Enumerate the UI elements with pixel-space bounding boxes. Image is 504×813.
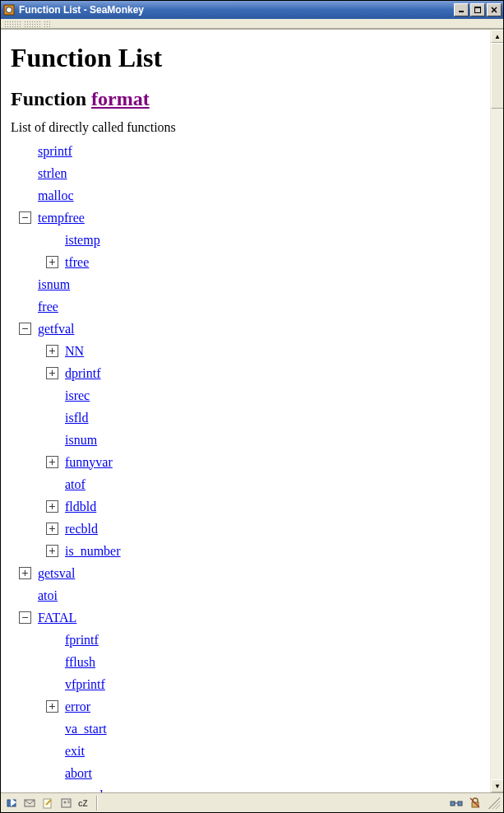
tree-row: +fldbld bbox=[11, 495, 493, 518]
svg-point-1 bbox=[7, 7, 12, 13]
online-status-icon[interactable] bbox=[449, 797, 465, 810]
tree-row: −getfval bbox=[11, 318, 493, 340]
expand-toggle[interactable]: + bbox=[19, 567, 31, 579]
tree-row: −tempfree bbox=[11, 207, 493, 229]
function-link[interactable]: error bbox=[65, 699, 90, 714]
function-link[interactable]: isfld bbox=[65, 411, 88, 425]
expand-toggle[interactable]: + bbox=[46, 456, 58, 468]
tree-row: fflush bbox=[11, 651, 493, 673]
tree-row: vfprintf bbox=[11, 673, 493, 695]
collapse-toggle[interactable]: − bbox=[19, 211, 31, 224]
expander-spacer bbox=[46, 389, 58, 402]
function-link[interactable]: vfprintf bbox=[65, 677, 105, 692]
navigator-icon[interactable] bbox=[4, 797, 21, 810]
toolbar-grip[interactable] bbox=[44, 21, 50, 27]
collapse-toggle[interactable]: − bbox=[19, 611, 31, 624]
expander-spacer bbox=[19, 145, 31, 157]
function-link[interactable]: isnum bbox=[65, 433, 97, 448]
statusbar: cZ bbox=[1, 792, 503, 812]
chatzilla-icon[interactable]: cZ bbox=[76, 797, 93, 810]
expander-spacer bbox=[19, 167, 31, 179]
function-link[interactable]: tfree bbox=[65, 255, 89, 270]
expand-toggle[interactable]: + bbox=[46, 523, 58, 535]
tree-row: sprintf bbox=[11, 140, 493, 162]
function-link[interactable]: isnum bbox=[38, 277, 70, 292]
expander-spacer bbox=[19, 300, 31, 313]
tree-row: +tfree bbox=[11, 251, 493, 273]
resize-grip[interactable] bbox=[488, 797, 500, 809]
toolbar-grip[interactable] bbox=[24, 21, 42, 27]
function-link[interactable]: funnyvar bbox=[65, 455, 113, 470]
function-link[interactable]: recbld bbox=[65, 522, 98, 537]
tree-row: va_start bbox=[11, 718, 493, 740]
expander-spacer bbox=[46, 411, 58, 424]
expand-toggle[interactable]: + bbox=[46, 700, 58, 713]
description-text: List of directly called functions bbox=[11, 120, 493, 135]
function-name-link[interactable]: format bbox=[91, 88, 150, 109]
tree-row: strlen bbox=[11, 162, 493, 184]
content-area: Function List Function format List of di… bbox=[1, 29, 503, 792]
expand-toggle[interactable]: + bbox=[46, 345, 58, 357]
expand-toggle[interactable]: + bbox=[46, 367, 58, 379]
expander-spacer bbox=[46, 745, 58, 757]
expand-toggle[interactable]: + bbox=[46, 500, 58, 513]
function-link[interactable]: sprintf bbox=[38, 144, 72, 159]
svg-text:cZ: cZ bbox=[78, 799, 88, 808]
expander-spacer bbox=[46, 478, 58, 490]
expander-spacer bbox=[46, 767, 58, 779]
expand-toggle[interactable]: + bbox=[46, 256, 58, 268]
tree-row: +recbld bbox=[11, 518, 493, 540]
function-tree: sprintfstrlenmalloc−tempfreeistemp+tfree… bbox=[11, 140, 493, 792]
close-button[interactable] bbox=[487, 3, 502, 16]
function-link[interactable]: atof bbox=[65, 477, 86, 492]
tree-row: +is_number bbox=[11, 540, 493, 562]
function-link[interactable]: atoi bbox=[38, 588, 58, 603]
security-icon[interactable] bbox=[467, 797, 483, 810]
scroll-down-button[interactable]: ▼ bbox=[491, 779, 503, 792]
vertical-scrollbar[interactable]: ▲ ▼ bbox=[490, 30, 503, 792]
page-subheading: Function format bbox=[11, 88, 493, 110]
function-link[interactable]: strlen bbox=[38, 166, 67, 181]
toolbar-grip[interactable] bbox=[4, 21, 22, 27]
svg-rect-17 bbox=[451, 801, 455, 806]
function-link[interactable]: getfval bbox=[38, 322, 74, 337]
function-link[interactable]: malloc bbox=[38, 188, 74, 203]
scroll-thumb[interactable] bbox=[491, 43, 503, 109]
toolbar-strip bbox=[1, 19, 503, 29]
tree-row: malloc bbox=[11, 184, 493, 207]
expander-spacer bbox=[19, 589, 31, 602]
tree-row: atoi bbox=[11, 584, 493, 606]
tree-row: istemp bbox=[11, 229, 493, 251]
function-link[interactable]: free bbox=[38, 300, 58, 314]
function-link[interactable]: fprintf bbox=[65, 633, 99, 648]
function-link[interactable]: tempfree bbox=[38, 211, 85, 225]
function-link[interactable]: getsval bbox=[38, 566, 75, 581]
function-link[interactable]: istemp bbox=[65, 233, 100, 248]
composer-icon[interactable] bbox=[40, 797, 57, 810]
tree-row: +getsval bbox=[11, 562, 493, 584]
minimize-button[interactable] bbox=[454, 3, 469, 16]
collapse-toggle[interactable]: − bbox=[19, 323, 31, 335]
expander-spacer bbox=[46, 656, 58, 668]
function-link[interactable]: dprintf bbox=[65, 366, 101, 381]
function-link[interactable]: va_start bbox=[65, 722, 107, 736]
window-title: Function List - SeaMonkey bbox=[19, 4, 454, 16]
function-link[interactable]: NN bbox=[65, 344, 84, 359]
tree-row: isrec bbox=[11, 384, 493, 406]
function-link[interactable]: abort bbox=[65, 766, 92, 781]
function-link[interactable]: isrec bbox=[65, 388, 90, 403]
function-link[interactable]: exit bbox=[65, 744, 85, 759]
svg-rect-15 bbox=[67, 802, 70, 803]
expand-toggle[interactable]: + bbox=[46, 545, 58, 557]
function-link[interactable]: is_number bbox=[65, 544, 121, 559]
svg-point-13 bbox=[64, 801, 67, 803]
maximize-button[interactable] bbox=[470, 3, 485, 16]
page-heading: Function List bbox=[11, 43, 493, 73]
function-link[interactable]: fflush bbox=[65, 655, 95, 670]
mail-icon[interactable] bbox=[22, 797, 39, 810]
function-link[interactable]: FATAL bbox=[38, 611, 76, 625]
tree-row: va_end bbox=[11, 784, 493, 792]
addressbook-icon[interactable] bbox=[58, 797, 75, 810]
function-link[interactable]: fldbld bbox=[65, 499, 96, 514]
scroll-up-button[interactable]: ▲ bbox=[491, 30, 503, 43]
